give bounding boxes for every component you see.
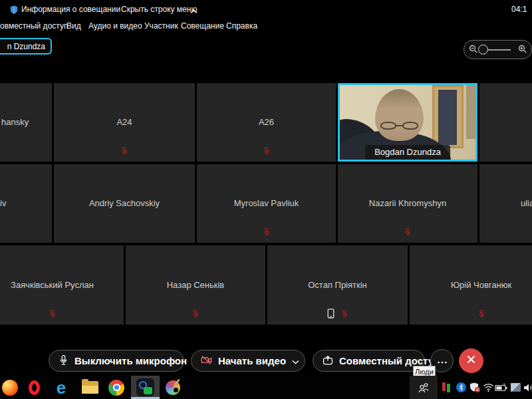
share-screen-icon	[323, 355, 333, 367]
microphone-icon	[59, 354, 68, 368]
participant-name: Nazarii Khromyshyn	[338, 198, 477, 208]
participant-name: iv	[0, 198, 6, 208]
participant-name: A24	[54, 117, 195, 127]
glasses	[380, 122, 418, 130]
start-video-label: Начать видео	[218, 355, 286, 366]
participant-grid: hanskyA24 A26 Bogdan DzundzaivAndriy Sac…	[0, 0, 532, 399]
active-speaker-name: Bogdan Dzundza	[365, 145, 450, 160]
share-content-label: Совместный доступ	[339, 355, 440, 366]
tray-volume-icon[interactable]	[521, 376, 532, 399]
start-video-button[interactable]: Начать видео	[191, 350, 305, 372]
participant-tile[interactable]: Заячківський Руслан	[0, 245, 124, 325]
participant-tile[interactable]: hansky	[0, 83, 52, 162]
taskbar-webex-icon[interactable]	[133, 376, 157, 399]
participant-tile[interactable]: Myroslav Pavliuk	[197, 164, 336, 243]
mute-microphone-label: Выключить микрофон	[74, 355, 187, 366]
mic-muted-icon	[477, 309, 485, 321]
tray-bluetooth-icon[interactable]	[454, 376, 468, 399]
mic-muted-icon	[192, 309, 200, 321]
mic-muted-icon	[404, 227, 412, 239]
participant-tile[interactable]: iv	[0, 164, 52, 243]
participant-name: Юрій Човганюк	[410, 280, 532, 290]
tray-battery-icon[interactable]	[494, 376, 509, 399]
mic-muted-icon	[120, 146, 128, 158]
tray-windows-security-icon[interactable]	[467, 376, 482, 399]
camera-off-icon	[201, 355, 212, 367]
mic-muted-icon	[263, 227, 271, 239]
participant-tile[interactable]: ulia	[479, 164, 532, 243]
ellipsis-icon	[436, 355, 448, 367]
door-background	[432, 85, 464, 148]
taskbar-edge-icon[interactable]: e	[49, 376, 73, 399]
share-content-button[interactable]: Совместный доступ	[313, 350, 425, 372]
taskbar-firefox-icon[interactable]	[0, 376, 22, 399]
tray-wifi-icon[interactable]	[481, 376, 495, 399]
taskbar: e	[0, 376, 532, 399]
taskbar-chrome-icon[interactable]	[104, 376, 128, 399]
taskbar-paint-icon[interactable]	[161, 376, 185, 399]
mic-muted-icon	[263, 146, 271, 158]
phone-icon	[327, 309, 334, 321]
participant-tile[interactable]: Nazarii Khromyshyn	[338, 164, 477, 243]
tray-display-icon[interactable]	[508, 376, 523, 399]
participant-name: Остап Пріяткін	[267, 280, 408, 290]
participant-tile[interactable]: Назар Сеньків	[126, 245, 265, 325]
mic-muted-icon	[340, 309, 348, 321]
tray-app-indicator-icon[interactable]	[439, 376, 454, 399]
participant-tile[interactable]	[479, 83, 532, 162]
participant-name: Myroslav Pavliuk	[197, 198, 336, 208]
participant-tile[interactable]: Юрій Човганюк	[410, 245, 532, 325]
participant-tile[interactable]: Остап Пріяткін	[267, 245, 408, 325]
participant-name: Назар Сеньків	[126, 280, 265, 290]
leave-meeting-button[interactable]	[459, 348, 483, 373]
participant-name: ulia	[521, 198, 532, 208]
mute-microphone-button[interactable]: Выключить микрофон	[49, 350, 184, 372]
participant-tile[interactable]: Andriy Sachovskiy	[54, 164, 195, 243]
participant-name: Заячківський Руслан	[0, 280, 124, 290]
participant-name: hansky	[1, 117, 29, 127]
taskbar-opera-icon[interactable]	[22, 376, 46, 399]
taskbar-file-explorer-icon[interactable]	[78, 376, 102, 399]
mic-muted-icon	[49, 309, 57, 321]
person-head	[375, 89, 424, 141]
close-x-icon	[466, 354, 476, 367]
active-speaker-tile[interactable]: Bogdan Dzundza	[338, 83, 477, 162]
participant-name: Andriy Sachovskiy	[54, 198, 195, 208]
participant-tile[interactable]: A24	[54, 83, 195, 162]
participant-name: A26	[197, 117, 336, 127]
tray-people-button[interactable]	[410, 376, 438, 399]
chevron-down-icon[interactable]	[292, 355, 299, 366]
participant-tile[interactable]: A26	[197, 83, 336, 162]
